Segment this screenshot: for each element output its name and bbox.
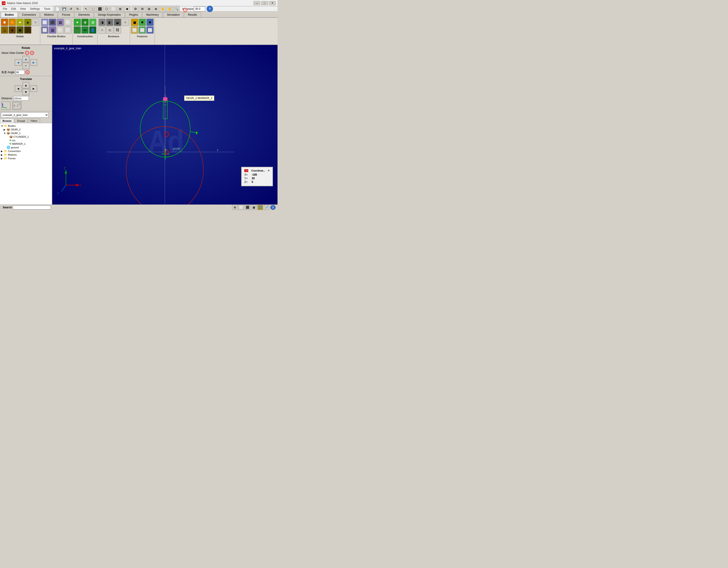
model-select[interactable]: .example_4_gear_train	[1, 112, 49, 118]
extrusion-btn[interactable]: ◉	[16, 26, 24, 34]
menu-tools[interactable]: Tools	[42, 7, 52, 11]
box-btn[interactable]: ■	[1, 19, 8, 26]
hole-btn[interactable]: ■	[146, 19, 154, 26]
tree-gear1[interactable]: ▼ 📦 GEAR_1	[4, 131, 51, 135]
status-info-btn[interactable]: ℹ	[270, 205, 276, 210]
tree-gear2[interactable]: ▶ 📦 GEAR_2	[4, 128, 51, 131]
zoom-btn[interactable]: 🔍	[173, 6, 180, 12]
front-view[interactable]: ⬜	[110, 6, 117, 12]
subtract-btn[interactable]: ◒	[114, 19, 121, 26]
rotate-down-btn[interactable]: ▼	[23, 63, 29, 69]
modify-flex-btn[interactable]: ▥	[49, 26, 56, 34]
zoom-fit[interactable]: ⊞	[117, 6, 123, 12]
new-button[interactable]: 📄	[54, 6, 60, 12]
tab-design-exploration[interactable]: Design Exploration	[94, 12, 125, 17]
tab-elements[interactable]: Elements	[75, 12, 94, 17]
maximize-button[interactable]: □	[261, 1, 268, 5]
sphere-btn[interactable]: ●	[16, 19, 24, 26]
tab-machinery[interactable]: Machinery	[142, 12, 163, 17]
distance-input[interactable]	[13, 96, 29, 101]
cylinder-btn[interactable]: 🔶	[9, 19, 16, 26]
select-button[interactable]: ↖	[83, 6, 89, 12]
mnft-btn[interactable]: ▨	[57, 19, 64, 26]
redo-button[interactable]: ↻	[75, 6, 81, 12]
tree-forces-folder[interactable]: ▶ 📁 Forces	[1, 157, 51, 160]
chamfer-btn[interactable]: ◼	[131, 19, 138, 26]
intersect-btn[interactable]: ◐	[106, 19, 113, 26]
marker-btn[interactable]: ●	[74, 19, 81, 26]
close-button[interactable]: ✕	[269, 1, 276, 5]
tree-motions-folder[interactable]: ▶ 📁 Motions	[1, 153, 51, 157]
system-btn[interactable]: xyz	[81, 26, 89, 34]
angle-input[interactable]	[15, 70, 25, 75]
tab-connectors[interactable]: Connectors	[18, 12, 40, 17]
flex-body-btn[interactable]: ⬛	[49, 19, 56, 26]
arc-btn[interactable]: ⌒	[74, 26, 81, 34]
tree-ground[interactable]: ▶ 🌐 ground	[4, 145, 51, 149]
status-zoom-btn[interactable]: ⬜	[238, 205, 244, 210]
person-btn[interactable]: 👤	[89, 26, 96, 34]
iso-view[interactable]: ⬡	[103, 6, 110, 12]
help-button[interactable]: ?	[207, 6, 213, 12]
menu-settings[interactable]: Settings	[28, 7, 42, 11]
increment-input[interactable]	[194, 6, 205, 11]
translate-down-btn[interactable]: ▼	[23, 89, 29, 95]
export-flex-btn[interactable]: ⬜	[57, 26, 64, 34]
hollow-btn[interactable]: ○	[122, 19, 129, 26]
cone-btn[interactable]: ▲	[24, 19, 31, 26]
target-btn[interactable]: ⊕	[153, 6, 159, 12]
pad-btn[interactable]: ⬜	[146, 26, 154, 34]
ref-frame-btn[interactable]: ⊕	[81, 19, 89, 26]
tree-cylinder1[interactable]: ▶ 📦 CYLINDER_1	[6, 135, 51, 139]
tab-results[interactable]: Results	[184, 12, 201, 17]
menu-file[interactable]: File	[1, 7, 9, 11]
xy-axis-btn[interactable]: x y	[1, 102, 10, 110]
translate-right-btn[interactable]: ►	[30, 85, 37, 92]
tab-motions[interactable]: Motions	[40, 12, 58, 17]
undo-button[interactable]: ↺	[68, 6, 74, 12]
panel-tab-groups[interactable]: Groups	[15, 119, 28, 123]
forces-expand[interactable]: ▶	[1, 157, 3, 160]
fillet-btn[interactable]: ■	[139, 19, 146, 26]
tab-bodies[interactable]: Bodies	[1, 12, 18, 17]
bodies-expand[interactable]: ▼	[1, 125, 3, 127]
rotate-right-btn[interactable]: ►	[30, 59, 37, 66]
panel-tab-browse[interactable]: Browse	[0, 119, 14, 123]
minimize-button[interactable]: —	[253, 1, 260, 5]
cut-btn[interactable]: ○	[98, 26, 106, 34]
torus-btn[interactable]: ○	[32, 19, 39, 26]
frustum-btn[interactable]: ▲	[9, 26, 16, 34]
menu-view[interactable]: View	[18, 7, 28, 11]
status-grid-btn[interactable]: ⊞	[232, 205, 238, 210]
tab-plugins[interactable]: Plugins	[125, 12, 142, 17]
search-input[interactable]	[13, 206, 51, 210]
box-select[interactable]: ⬚	[90, 6, 96, 12]
rotate-up-btn[interactable]: ▲	[23, 56, 29, 62]
grid-btn[interactable]: ⊞	[146, 6, 152, 12]
settings-btn2[interactable]: ⚙	[139, 6, 145, 12]
tree-marker1[interactable]: ▶ ⊕ MARKER_1	[6, 142, 51, 145]
gear2-expand[interactable]: ▶	[4, 128, 6, 131]
orbit-button[interactable]: ⬛	[97, 6, 103, 12]
parts-btn[interactable]: ⚙	[132, 6, 139, 12]
boss-btn[interactable]: ⬜	[131, 26, 138, 34]
import-flex-btn[interactable]: ⬜	[64, 19, 72, 26]
connect-boolean-btn[interactable]: ⛓	[114, 26, 121, 34]
render-mode[interactable]: ■	[124, 6, 130, 12]
translate-up-btn[interactable]: ▲	[23, 82, 29, 88]
coord-close-button[interactable]: ✕	[268, 169, 270, 172]
gear1-expand[interactable]: ▼	[4, 132, 6, 135]
viewport[interactable]: example_4_gear_train Ad	[52, 45, 278, 205]
fe-part-btn[interactable]: ⬜	[41, 19, 48, 26]
menu-edit[interactable]: Edit	[9, 7, 18, 11]
numbering-btn[interactable]: 3 1 2	[12, 102, 21, 110]
connectors-expand[interactable]: ▶	[1, 150, 3, 153]
tree-cm[interactable]: ▶ ⊕ cm	[6, 139, 51, 142]
status-table-btn[interactable]: ▦	[251, 205, 257, 210]
manip-btn[interactable]: ✋	[160, 6, 166, 12]
embed-btn[interactable]: ⊂	[106, 26, 113, 34]
model-tree[interactable]: ▼ 📁 Bodies ▶ 📦 GEAR_2 ▼ 📦 GEAR_1 ▶ 📦 CYL…	[0, 123, 52, 205]
plate-btn[interactable]: △	[1, 26, 8, 34]
rotate-left-btn[interactable]: ◄	[15, 59, 22, 66]
save-button[interactable]: 💾	[61, 6, 67, 12]
